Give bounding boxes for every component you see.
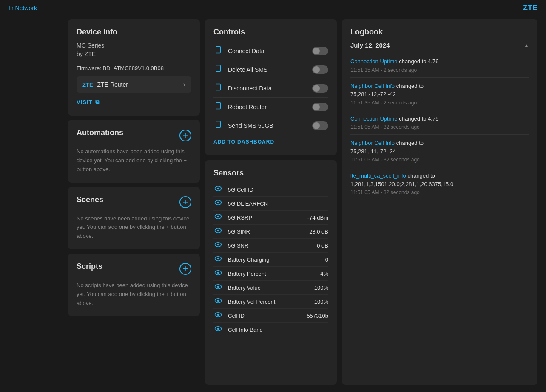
sensor-row: 5G DL EARFCN	[213, 197, 328, 211]
sensor-label: Cell ID	[228, 313, 301, 319]
svg-rect-4	[216, 84, 221, 90]
add-scene-button[interactable]: +	[179, 196, 191, 208]
eye-icon[interactable]	[213, 270, 223, 277]
control-row: Reboot Router	[213, 98, 328, 116]
scroll-indicator: ▲	[524, 42, 529, 48]
sensor-label: 5G DL EARFCN	[228, 200, 323, 207]
automations-card: Automations + No automations have been a…	[68, 120, 200, 182]
middle-column: Controls Connect Data Delete All SMS	[205, 19, 337, 385]
eye-icon[interactable]	[213, 186, 223, 193]
control-row: Delete All SMS	[213, 60, 328, 79]
sensor-value: -74 dBm	[307, 214, 328, 221]
zte-brand: ZTE	[82, 82, 93, 88]
log-entry: Neighbor Cell Info changed to75,281,-12,…	[350, 78, 529, 110]
logbook-entries: Connection Uptime changed to 4.76 11:51:…	[350, 53, 529, 376]
phone-icon	[213, 46, 223, 56]
sensor-row: 5G Cell ID	[213, 183, 328, 197]
sensor-label: 5G SINR	[228, 228, 304, 235]
svg-point-13	[217, 202, 219, 204]
scripts-card: Scripts + No scripts have been added usi…	[68, 254, 200, 316]
svg-point-11	[217, 188, 219, 190]
eye-icon[interactable]	[213, 312, 223, 319]
phone-icon	[213, 121, 223, 130]
control-toggle-4[interactable]	[312, 121, 328, 130]
firmware-label: Firmware: BD_ATMC889V1.0.0B08	[77, 62, 191, 71]
sensor-value: 100%	[314, 299, 328, 305]
svg-point-19	[217, 244, 219, 246]
control-label: Delete All SMS	[228, 66, 307, 73]
control-toggle-1[interactable]	[312, 65, 328, 74]
sensor-value: 557310b	[307, 313, 328, 319]
phone-icon	[213, 65, 223, 74]
sensor-label: Battery Percent	[228, 271, 315, 277]
external-link-icon: ⧉	[95, 99, 100, 105]
log-change-text: changed to 4.75	[399, 116, 438, 122]
eye-icon[interactable]	[213, 256, 223, 263]
sensor-value: 28.0 dB	[309, 228, 328, 235]
sensors-title: Sensors	[213, 169, 328, 178]
log-entry-title: Neighbor Cell Info changed to75,281,-11,…	[350, 139, 529, 155]
control-toggle-0[interactable]	[312, 47, 328, 55]
sensor-row: Battery Charging 0	[213, 253, 328, 267]
sensor-label: Battery Value	[228, 285, 309, 291]
scripts-empty-text: No scripts have been added using this de…	[77, 281, 191, 307]
sensor-label: 5G RSRP	[228, 214, 302, 221]
sensors-card: Sensors 5G Cell ID 5G DL EARFCN	[205, 160, 337, 385]
top-bar: In Network ZTE	[0, 0, 546, 16]
log-entry-title: lte_multi_ca_scell_info changed to1,281,…	[350, 172, 529, 188]
automations-header: Automations +	[77, 128, 191, 142]
svg-rect-0	[216, 47, 221, 53]
eye-icon[interactable]	[213, 298, 223, 305]
eye-icon[interactable]	[213, 242, 223, 249]
control-label: Connect Data	[228, 48, 307, 54]
sensor-label: 5G Cell ID	[228, 186, 323, 193]
device-brand-row[interactable]: ZTE ZTE Router ›	[77, 76, 191, 93]
eye-icon[interactable]	[213, 214, 223, 221]
sensor-row: 5G RSRP -74 dBm	[213, 211, 328, 225]
add-to-dashboard-button[interactable]: ADD TO DASHBOARD	[213, 135, 274, 147]
sensor-label: Cell Info Band	[228, 327, 323, 333]
eye-icon[interactable]	[213, 326, 223, 333]
log-entry-time: 11:51:35 AM - 2 seconds ago	[350, 100, 529, 106]
sensor-value: 0 dB	[317, 243, 328, 249]
eye-icon[interactable]	[213, 284, 223, 291]
router-label: ZTE Router	[97, 81, 128, 88]
control-row: Disconnect Data	[213, 79, 328, 98]
log-entity-name: Neighbor Cell Info	[350, 140, 395, 146]
sensor-row: Cell Info Band	[213, 323, 328, 336]
controls-card: Controls Connect Data Delete All SMS	[205, 19, 337, 155]
sensor-row: 5G SNR 0 dB	[213, 239, 328, 253]
automations-empty-text: No automations have been added using thi…	[77, 147, 191, 174]
main-content: Device info MC Series by ZTE Firmware: B…	[0, 16, 546, 388]
control-toggle-3[interactable]	[312, 103, 328, 111]
phone-icon	[213, 83, 223, 93]
visit-label: VISIT	[77, 99, 93, 105]
network-label: In Network	[9, 5, 37, 11]
log-change-text: changed to	[396, 83, 424, 89]
scenes-title: Scenes	[77, 195, 103, 204]
sensor-row: Battery Percent 4%	[213, 267, 328, 281]
sensor-label: Battery Charging	[228, 257, 320, 263]
sensor-value: 4%	[320, 271, 328, 277]
sensor-row: Battery Value 100%	[213, 281, 328, 295]
scenes-card: Scenes + No scenes have been added using…	[68, 187, 200, 249]
eye-icon[interactable]	[213, 228, 223, 235]
visit-button[interactable]: VISIT ⧉	[77, 97, 100, 107]
sensor-value: 100%	[314, 285, 328, 291]
sensor-row: 5G SINR 28.0 dB	[213, 225, 328, 239]
right-column: Logbook July 12, 2024 ▲ Connection Uptim…	[342, 19, 537, 385]
control-row: Send SMS 50GB	[213, 116, 328, 135]
phone-icon	[213, 102, 223, 112]
sensor-row: Battery Vol Percent 100%	[213, 295, 328, 309]
log-entry: Connection Uptime changed to 4.76 11:51:…	[350, 53, 529, 78]
control-row: Connect Data	[213, 42, 328, 60]
log-entry-title: Connection Uptime changed to 4.75	[350, 115, 529, 123]
svg-point-29	[217, 314, 219, 316]
add-automation-button[interactable]: +	[179, 130, 191, 141]
log-entity-name: lte_multi_ca_scell_info	[350, 172, 406, 179]
svg-rect-2	[216, 65, 221, 72]
add-script-button[interactable]: +	[179, 263, 191, 275]
scripts-title: Scripts	[77, 262, 102, 271]
eye-icon[interactable]	[213, 200, 223, 207]
control-toggle-2[interactable]	[312, 84, 328, 93]
